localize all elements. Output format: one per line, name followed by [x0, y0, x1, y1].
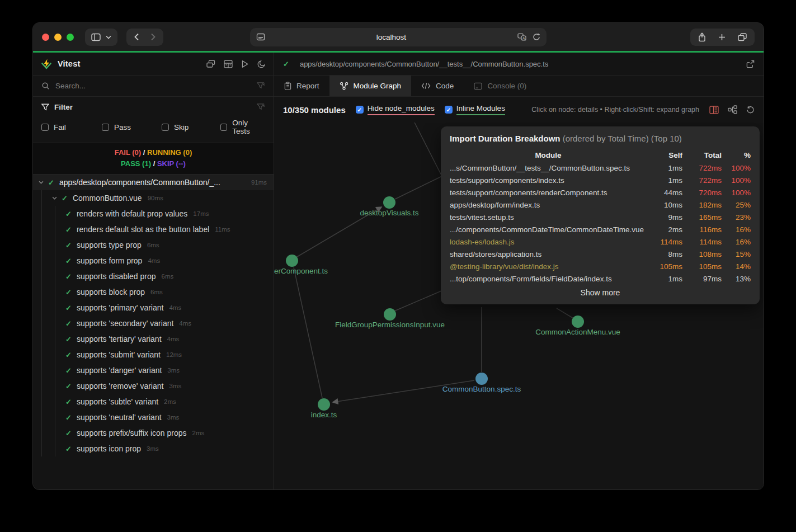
- test-case-row[interactable]: ✓ supports form prop 4ms: [33, 253, 274, 269]
- check-icon: ✓: [65, 445, 72, 453]
- graph-node-index-ts[interactable]: [318, 398, 330, 411]
- sidebar-toggle-button[interactable]: [85, 29, 117, 46]
- test-case-row[interactable]: ✓ supports prefix/suffix icon props 2ms: [33, 425, 274, 441]
- test-case-row[interactable]: ✓ renders default slot as the button lab…: [33, 222, 274, 237]
- import-duration-panel: Import Duration Breakdown (ordered by To…: [441, 126, 760, 304]
- filter-checkbox-skip[interactable]: Skip: [162, 119, 220, 135]
- filter-section: Filter Fail Pass Skip Only Tests: [33, 97, 274, 143]
- checkbox-checked-icon: ✓: [356, 106, 364, 114]
- breakdown-row[interactable]: ...s/CommonButton/__tests__/CommonButton…: [450, 162, 751, 174]
- chevron-down-icon: [106, 35, 111, 39]
- show-more-button[interactable]: Show more: [450, 288, 751, 297]
- check-icon: ✓: [65, 288, 72, 296]
- breakdown-row[interactable]: tests/support/components/index.ts 1ms 72…: [450, 174, 751, 186]
- collapse-icon[interactable]: [206, 60, 215, 68]
- open-external-icon[interactable]: [746, 60, 755, 68]
- graph-hint: Click on node: details • Right-click/Shi…: [531, 106, 699, 114]
- test-case-row[interactable]: ✓ supports 'danger' variant 3ms: [33, 362, 274, 378]
- breakdown-row[interactable]: shared/stores/application.ts 8ms 108ms 1…: [450, 248, 751, 260]
- inline-modules-checkbox[interactable]: ✓ Inline Modules: [445, 104, 505, 115]
- check-icon: ✓: [65, 413, 72, 422]
- tab-console-0[interactable]: Console (0): [464, 76, 536, 96]
- check-icon: ✓: [48, 178, 54, 187]
- test-case-row[interactable]: ✓ supports 'subtle' variant 2ms: [33, 394, 274, 409]
- breakdown-row[interactable]: .../components/CommonDateTime/CommonDate…: [450, 223, 751, 236]
- legend-icon[interactable]: [709, 106, 719, 114]
- test-case-row[interactable]: ✓ supports 'remove' variant 3ms: [33, 378, 274, 394]
- share-icon[interactable]: [698, 32, 706, 42]
- test-case-row[interactable]: ✓ supports disabled prop 6ms: [33, 269, 274, 284]
- address-bar[interactable]: localhost A: [250, 28, 547, 46]
- check-icon: ✓: [62, 194, 68, 203]
- tab-module-graph[interactable]: Module Graph: [329, 76, 412, 96]
- sidebar-header: Vitest: [33, 53, 274, 76]
- reset-graph-icon[interactable]: [746, 106, 755, 114]
- vitest-logo-icon: [41, 59, 52, 69]
- graph-controls: 10/350 modules ✓ Hide node_modules ✓ Inl…: [274, 97, 764, 123]
- clear-filter-icon[interactable]: [257, 103, 265, 111]
- test-case-row[interactable]: ✓ supports icon prop 3ms: [33, 441, 274, 456]
- node-label-desktopvisuals-ts: desktopVisuals.ts: [360, 209, 419, 217]
- filter-title: Filter: [54, 103, 73, 111]
- tab-report[interactable]: Report: [274, 76, 329, 96]
- translate-icon[interactable]: A: [517, 33, 527, 41]
- test-case-row[interactable]: ✓ supports 'secondary' variant 4ms: [33, 316, 274, 331]
- test-tree: ✓ apps/desktop/components/CommonButton/_…: [33, 175, 274, 490]
- chrome-right-buttons: [690, 29, 755, 46]
- breakdown-row[interactable]: lodash-es/lodash.js 114ms 114ms 16%: [450, 236, 751, 248]
- breakdown-row[interactable]: tests/support/components/renderComponent…: [450, 186, 751, 199]
- reload-icon[interactable]: [533, 33, 540, 41]
- screen: localhost A: [0, 0, 796, 532]
- chevron-down-icon[interactable]: [39, 181, 44, 184]
- console-icon: [474, 82, 482, 90]
- run-all-icon[interactable]: [241, 60, 249, 68]
- filter-checkbox-only-tests[interactable]: Only Tests: [220, 119, 265, 135]
- filter-checkbox-fail[interactable]: Fail: [41, 119, 102, 135]
- test-case-row[interactable]: ✓ supports 'primary' variant 4ms: [33, 300, 274, 316]
- zoom-window-button[interactable]: [67, 34, 74, 41]
- schema-icon[interactable]: [728, 105, 737, 114]
- test-case-row[interactable]: ✓ supports 'submit' variant 12ms: [33, 347, 274, 362]
- theme-moon-icon[interactable]: [257, 60, 266, 68]
- reader-icon[interactable]: [256, 33, 265, 41]
- check-icon: ✓: [65, 225, 72, 234]
- graph-node-desktopvisuals-ts[interactable]: [383, 196, 395, 209]
- tab-overview-icon[interactable]: [738, 33, 747, 41]
- check-icon: ✓: [65, 272, 72, 281]
- chevron-down-icon[interactable]: [52, 196, 57, 200]
- search-bar[interactable]: Search...: [33, 76, 274, 97]
- node-label-fieldgrouppermissionsinput-vue: FieldGroupPermissionsInput.vue: [335, 321, 445, 329]
- modules-count: 10/350 modules: [283, 105, 346, 115]
- back-icon[interactable]: [134, 33, 139, 41]
- test-case-row[interactable]: ✓ supports type prop 6ms: [33, 237, 274, 253]
- dashboard-icon[interactable]: [224, 60, 233, 68]
- tab-code[interactable]: Code: [411, 76, 464, 96]
- breakdown-row[interactable]: @testing-library/vue/dist/index.js 105ms…: [450, 260, 751, 272]
- app-title: Vitest: [58, 59, 80, 68]
- new-tab-icon[interactable]: [718, 34, 726, 41]
- breakdown-row[interactable]: apps/desktop/form/index.ts 10ms 182ms 25…: [450, 199, 751, 211]
- filter-checkbox-pass[interactable]: Pass: [102, 119, 162, 135]
- hide-node-modules-checkbox[interactable]: ✓ Hide node_modules: [356, 104, 435, 115]
- graph-node-commonactionmenu-vue[interactable]: [572, 316, 584, 328]
- breakdown-row[interactable]: tests/vitest.setup.ts 9ms 165ms 23%: [450, 211, 751, 223]
- test-suite-row[interactable]: ✓ CommonButton.vue 90ms: [33, 190, 274, 206]
- checkbox-unchecked-icon: [41, 124, 49, 131]
- search-input[interactable]: Search...: [55, 82, 251, 90]
- minimize-window-button[interactable]: [54, 34, 62, 41]
- clear-filter-icon[interactable]: [257, 82, 265, 90]
- breakdown-row[interactable]: ...top/components/Form/fields/FieldDate/…: [450, 272, 751, 285]
- graph-node-commonbutton-spec-ts[interactable]: [475, 373, 488, 385]
- test-case-row[interactable]: ✓ supports block prop 6ms: [33, 284, 274, 300]
- test-case-row[interactable]: ✓ renders with default prop values 17ms: [33, 206, 274, 222]
- graph-node-ercomponent-ts[interactable]: [286, 255, 298, 267]
- test-file-row[interactable]: ✓ apps/desktop/components/CommonButton/_…: [33, 175, 274, 190]
- check-icon: ✓: [65, 335, 72, 343]
- test-case-row[interactable]: ✓ supports 'tertiary' variant 4ms: [33, 331, 274, 347]
- graph-node-fieldgrouppermissionsinput-vue[interactable]: [384, 308, 396, 321]
- close-window-button[interactable]: [42, 34, 49, 41]
- forward-icon[interactable]: [150, 33, 156, 41]
- module-graph[interactable]: Import Duration Breakdown (ordered by To…: [274, 123, 764, 490]
- test-case-row[interactable]: ✓ supports 'neutral' variant 3ms: [33, 409, 274, 425]
- sidebar: Vitest Search...: [33, 53, 274, 490]
